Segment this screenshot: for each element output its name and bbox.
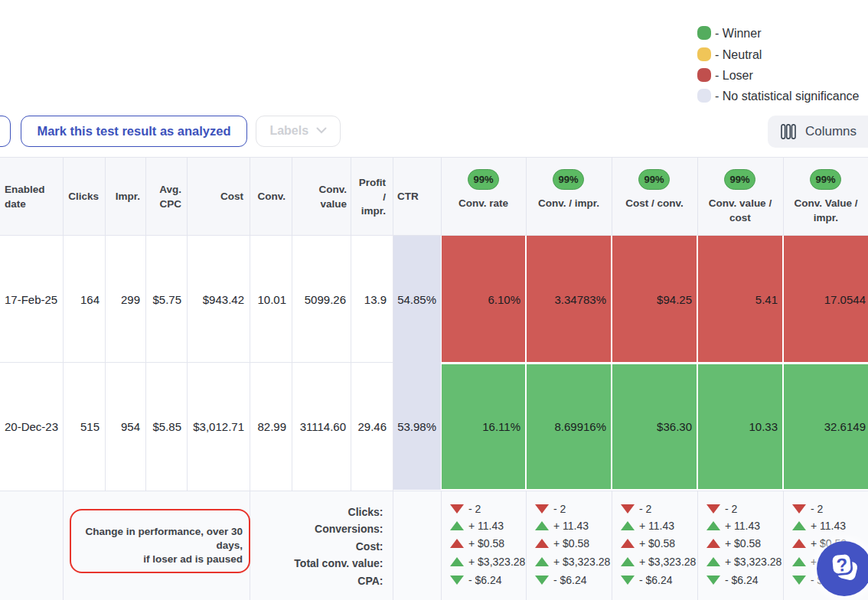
svg-text:?: ? [835,554,848,576]
